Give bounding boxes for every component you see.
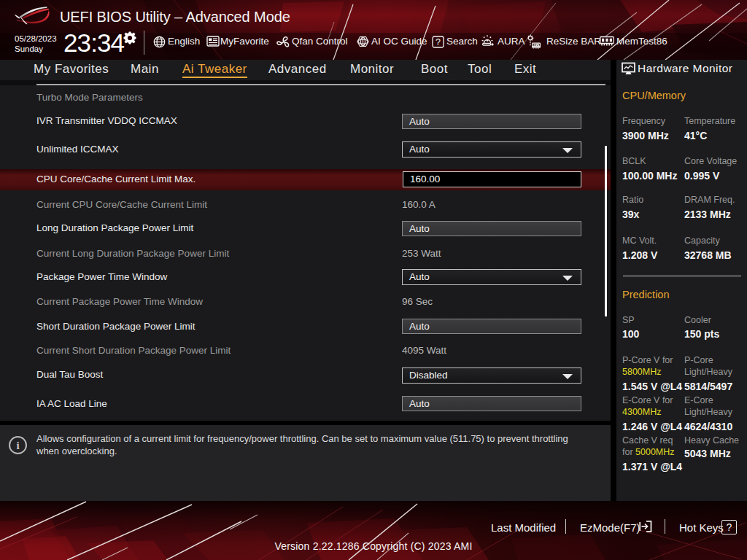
svg-text:?: ?: [436, 37, 441, 47]
